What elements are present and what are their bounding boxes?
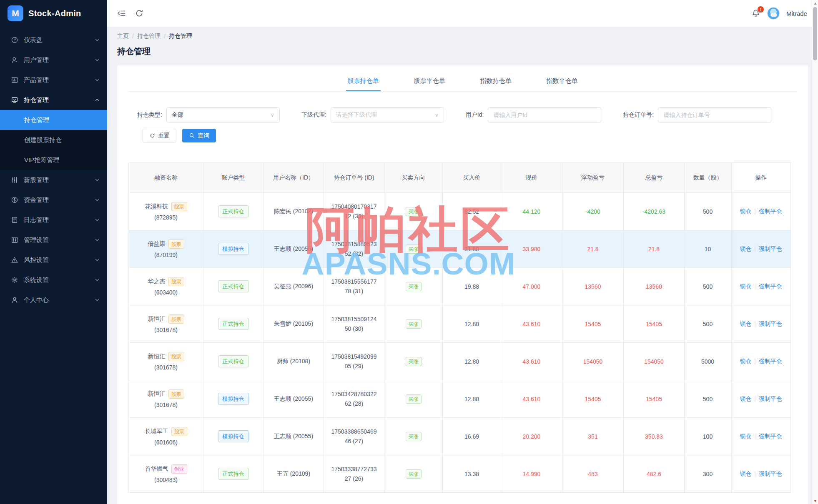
sidebar-item-个人中心[interactable]: 个人中心	[0, 290, 107, 310]
table-row: 新恒汇股票(301678)正式持仓朱雪娇 (20105)175038155091…	[129, 305, 791, 343]
force-close-link[interactable]: 强制平仓	[759, 208, 782, 215]
lock-position-link[interactable]: 锁仓	[740, 283, 751, 289]
position-icon	[11, 96, 18, 104]
action-separator: |	[754, 245, 756, 252]
scrollbar-up-arrow[interactable]: ▲	[812, 0, 818, 6]
sidebar-item-label: 新股管理	[24, 176, 89, 184]
sidebar-subitem-VIP抢筹管理[interactable]: VIP抢筹管理	[0, 150, 107, 170]
lock-position-link[interactable]: 锁仓	[740, 245, 751, 252]
order-no-input[interactable]	[658, 107, 771, 122]
order-number: 17503815492099	[326, 353, 381, 360]
table-row: 倍益康股票(870199)模拟持仓王志顺 (20055)175038158895…	[129, 230, 791, 268]
cell-float-pl: 15405	[562, 305, 624, 343]
direction-tag: 买涨	[406, 282, 422, 291]
avatar[interactable]	[767, 7, 780, 20]
force-close-link[interactable]: 强制平仓	[759, 358, 782, 364]
account-type-tag: 模拟持仓	[218, 430, 249, 442]
app-logo: M Stock-Admin	[0, 0, 107, 27]
lock-position-link[interactable]: 锁仓	[740, 358, 751, 364]
force-close-link[interactable]: 强制平仓	[759, 433, 782, 439]
breadcrumb-position-mgmt[interactable]: 持仓管理	[137, 32, 161, 40]
lock-position-link[interactable]: 锁仓	[740, 320, 751, 327]
sidebar-item-管理设置[interactable]: 管理设置	[0, 230, 107, 250]
cell-user: 朱雪娇 (20105)	[263, 305, 324, 343]
sidebar-item-label: 产品管理	[24, 76, 89, 84]
lock-position-link[interactable]: 锁仓	[740, 433, 751, 439]
filter-order-no: 持仓订单号:	[623, 107, 771, 122]
cell-name: 首华燃气创业(300483)	[129, 455, 203, 493]
action-separator: |	[754, 208, 756, 215]
search-button[interactable]: 查询	[182, 129, 216, 142]
force-close-link[interactable]: 强制平仓	[759, 320, 782, 327]
reset-button[interactable]: 重置	[143, 129, 176, 142]
cell-account: 正式持仓	[203, 305, 263, 343]
force-close-link[interactable]: 强制平仓	[759, 395, 782, 402]
scrollbar[interactable]: ▲ ▼	[812, 0, 818, 504]
sidebar-item-新股管理[interactable]: 新股管理	[0, 170, 107, 190]
stock-name: 长城军工	[145, 428, 168, 435]
sidebar-item-label: 管理设置	[24, 236, 89, 244]
user-name[interactable]: Mitrade	[786, 10, 807, 17]
app-title: Stock-Admin	[28, 9, 81, 18]
filter-label: 持仓类型:	[137, 111, 162, 119]
current-price: 43.610	[523, 396, 541, 402]
filter-user-id: 用户Id:	[466, 107, 602, 122]
cell-float-pl: 13560	[562, 268, 624, 305]
collapse-menu-icon[interactable]	[117, 9, 126, 18]
sidebar-item-label: 用户管理	[24, 56, 89, 64]
direction-tag: 买涨	[406, 245, 422, 254]
tab-股票平仓单[interactable]: 股票平仓单	[412, 72, 447, 91]
sidebar-item-产品管理[interactable]: 产品管理	[0, 70, 107, 90]
sidebar-subitem-创建股票持仓[interactable]: 创建股票持仓	[0, 130, 107, 150]
breadcrumb-home[interactable]: 主页	[117, 32, 129, 40]
cell-total-pl: 13560	[624, 268, 685, 305]
lock-position-link[interactable]: 锁仓	[740, 470, 751, 477]
force-close-link[interactable]: 强制平仓	[759, 470, 782, 477]
agent-select[interactable]: 请选择下级代理 ∨	[331, 107, 444, 122]
refresh-icon[interactable]	[135, 9, 144, 18]
cell-account: 正式持仓	[203, 455, 263, 493]
tab-股票持仓单[interactable]: 股票持仓单	[346, 72, 381, 91]
sidebar-item-风控设置[interactable]: 风控设置	[0, 250, 107, 270]
positions-table: 融资名称账户类型用户名称（ID）持仓订单号 (ID)买卖方向买入价现价浮动盈亏总…	[128, 162, 791, 493]
cell-actions: 锁仓|强制平仓	[731, 230, 791, 268]
tab-bar: 股票持仓单股票平仓单指数持仓单指数平仓单	[128, 68, 797, 92]
tab-指数持仓单[interactable]: 指数持仓单	[479, 72, 513, 91]
scrollbar-thumb[interactable]	[813, 7, 817, 60]
tab-指数平仓单[interactable]: 指数平仓单	[545, 72, 580, 91]
chevron-down-icon: ∨	[435, 112, 439, 118]
cell-account: 正式持仓	[203, 268, 263, 305]
lock-position-link[interactable]: 锁仓	[740, 208, 751, 215]
sidebar-item-日志管理[interactable]: 日志管理	[0, 210, 107, 230]
cell-user: 吴征燕 (20096)	[263, 268, 324, 305]
position-type-select[interactable]: 全部 ∨	[166, 107, 280, 122]
user-id-input[interactable]	[488, 107, 601, 122]
sidebar-subitem-持仓管理[interactable]: 持仓管理	[0, 110, 107, 130]
sidebar-item-用户管理[interactable]: 用户管理	[0, 50, 107, 70]
floating-pl: 351	[588, 433, 597, 440]
scrollbar-down-arrow[interactable]: ▼	[812, 498, 818, 504]
current-price: 47.000	[523, 283, 541, 290]
stock-code: (603400)	[131, 289, 201, 296]
force-close-link[interactable]: 强制平仓	[759, 283, 782, 289]
total-pl: 13560	[646, 283, 662, 290]
cell-total-pl: -4202.63	[624, 193, 685, 230]
column-header-actions: 操作	[731, 163, 791, 193]
force-close-link[interactable]: 强制平仓	[759, 245, 782, 252]
column-header-order: 持仓订单号 (ID)	[324, 163, 384, 193]
main-card: 股票持仓单股票平仓单指数持仓单指数平仓单 持仓类型: 全部 ∨ 下级代理: 请选…	[117, 65, 808, 504]
cell-direction: 买涨	[384, 455, 443, 493]
sidebar-item-系统设置[interactable]: 系统设置	[0, 270, 107, 290]
notifications-button[interactable]: 1	[751, 9, 760, 18]
chevron-down-icon	[95, 237, 100, 242]
cell-current-price: 43.610	[501, 380, 562, 418]
cell-actions: 锁仓|强制平仓	[731, 193, 791, 230]
market-tag: 股票	[171, 427, 187, 436]
lock-position-link[interactable]: 锁仓	[740, 395, 751, 402]
sidebar-item-持仓管理[interactable]: 持仓管理	[0, 90, 107, 110]
breadcrumb-separator: /	[132, 33, 134, 40]
buy-price: 12.80	[464, 358, 479, 365]
sidebar-item-资金管理[interactable]: 资金管理	[0, 190, 107, 210]
sidebar-item-仪表盘[interactable]: 仪表盘	[0, 30, 107, 50]
main-area: 1 Mitrade 主页 / 持仓管理 / 持仓管理 持仓管理 股票持仓单股票平…	[107, 0, 818, 504]
